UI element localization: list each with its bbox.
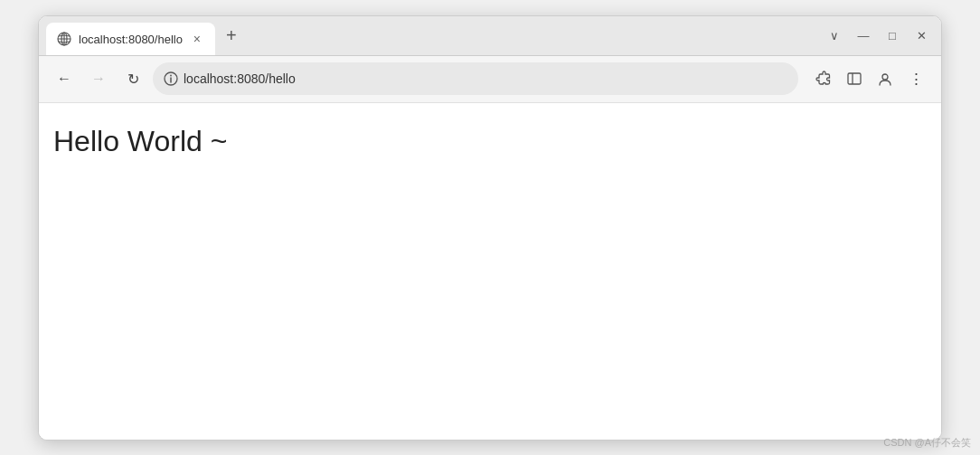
back-button[interactable]: ← (50, 64, 79, 93)
watermark: CSDN @A仔不会笑 (883, 436, 971, 450)
menu-button[interactable]: ⋮ (901, 64, 930, 93)
profile-button[interactable] (871, 64, 900, 93)
window-controls: ∨ — □ ✕ (822, 23, 934, 48)
sidebar-button[interactable] (840, 64, 869, 93)
new-tab-button[interactable]: + (219, 23, 244, 48)
page-heading: Hello World ~ (53, 125, 227, 157)
active-tab[interactable]: localhost:8080/hello × (46, 23, 215, 55)
page-content: Hello World ~ (39, 103, 941, 440)
profile-icon (877, 71, 893, 87)
toolbar: ← → ↻ (39, 56, 941, 103)
minimize-button[interactable]: — (851, 23, 876, 48)
forward-button[interactable]: → (84, 64, 113, 93)
extensions-icon (815, 71, 832, 87)
extensions-button[interactable] (809, 64, 838, 93)
reload-button[interactable]: ↻ (118, 64, 147, 93)
svg-rect-7 (848, 73, 861, 84)
info-icon (164, 71, 178, 86)
svg-point-9 (882, 74, 888, 80)
tab-close-button[interactable]: × (190, 32, 204, 46)
address-bar-container (153, 62, 798, 95)
tab-title: localhost:8080/hello (79, 33, 183, 46)
tab-favicon (57, 32, 71, 46)
address-input[interactable] (184, 71, 787, 86)
svg-point-6 (170, 75, 172, 77)
toolbar-actions: ⋮ (809, 64, 930, 93)
tab-strip-chevron[interactable]: ∨ (822, 23, 847, 48)
sidebar-icon (846, 71, 862, 87)
maximize-button[interactable]: □ (880, 23, 905, 48)
close-button[interactable]: ✕ (909, 23, 934, 48)
title-bar: localhost:8080/hello × + ∨ — □ ✕ (39, 16, 941, 56)
browser-window: localhost:8080/hello × + ∨ — □ ✕ ← → ↻ (38, 15, 942, 441)
